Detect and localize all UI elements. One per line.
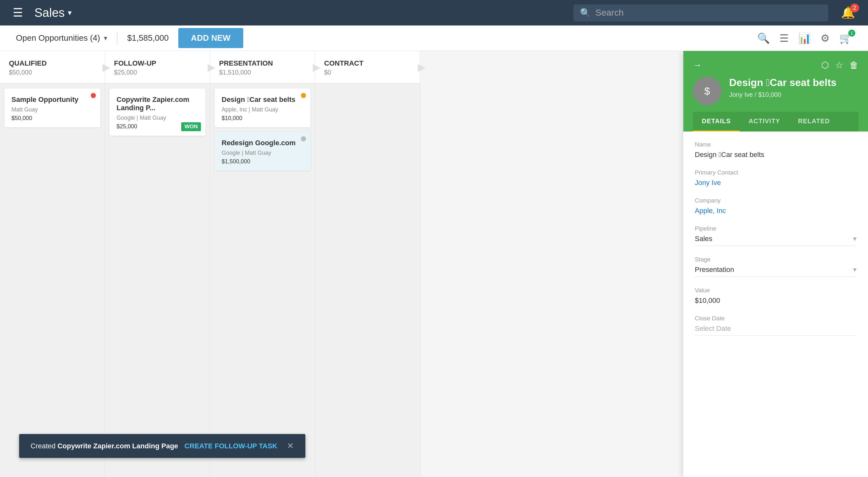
- detail-panel: → ⬡ ☆ 🗑 $ Design Car seat belts Jony Iv…: [683, 51, 868, 477]
- kanban-col-qualified: QUALIFIED $50,000 Sample Opportunity Mat…: [0, 51, 105, 477]
- toolbar: Open Opportunities (4) ▾ $1,585,000 ADD …: [0, 26, 868, 51]
- card-amount: $1,500,000: [222, 158, 304, 165]
- col-amount-follow-up: $25,000: [114, 69, 156, 76]
- notifications-button[interactable]: 🔔 2: [841, 6, 855, 20]
- col-header-presentation: PRESENTATION $1,510,000: [210, 51, 315, 84]
- pipeline-select[interactable]: Sales ▾: [695, 235, 857, 246]
- field-value-value: $10,000: [695, 296, 857, 305]
- detail-tabs: DETAILS ACTIVITY RELATED: [693, 112, 859, 131]
- col-title-presentation: PRESENTATION: [219, 59, 273, 67]
- field-pipeline: Pipeline Sales ▾: [695, 225, 857, 246]
- field-value: Value $10,000: [695, 287, 857, 305]
- field-company: Company Apple, Inc: [695, 197, 857, 215]
- pipeline-dropdown-chevron: ▾: [853, 235, 857, 243]
- field-company-value[interactable]: Apple, Inc: [695, 206, 857, 215]
- app-title[interactable]: Sales ▾: [34, 6, 72, 20]
- card-sub: Google | Matt Guay: [117, 115, 198, 121]
- card-sub: Apple, Inc | Matt Guay: [222, 106, 304, 113]
- detail-header: → ⬡ ☆ 🗑 $ Design Car seat belts Jony Iv…: [683, 51, 868, 131]
- snackbar: Created Copywrite Zapier.com Landing Pag…: [19, 434, 305, 458]
- notification-badge: 2: [850, 3, 859, 12]
- card-amount: $50,000: [11, 115, 93, 122]
- open-external-icon[interactable]: ⬡: [821, 60, 829, 70]
- settings-icon[interactable]: ⚙: [820, 32, 830, 44]
- card-sub: Google | Matt Guay: [222, 150, 304, 156]
- won-badge: WON: [181, 122, 201, 131]
- detail-avatar-row: $ Design Car seat belts Jony Ive / $10,…: [693, 77, 859, 105]
- detail-subtitle: Jony Ive / $10,000: [729, 91, 836, 98]
- card-title: Redesign Google.com: [222, 139, 304, 147]
- field-contact-value[interactable]: Jony Ive: [695, 179, 857, 187]
- stage-select[interactable]: Presentation ▾: [695, 265, 857, 277]
- tab-related[interactable]: RELATED: [789, 112, 839, 131]
- card-dot: [301, 93, 306, 98]
- field-value-label: Value: [695, 287, 857, 294]
- field-stage-label: Stage: [695, 256, 857, 263]
- chart-view-icon[interactable]: 📊: [798, 32, 811, 44]
- field-close-date-value: Select Date: [695, 324, 731, 333]
- field-name-value: Design Car seat belts: [695, 151, 857, 159]
- card-amount: $10,000: [222, 115, 304, 122]
- delete-icon[interactable]: 🗑: [849, 60, 859, 70]
- detail-header-actions: → ⬡ ☆ 🗑: [693, 60, 859, 70]
- cart-icon[interactable]: 🛒 1: [839, 32, 852, 44]
- app-title-chevron[interactable]: ▾: [68, 8, 72, 17]
- field-pipeline-label: Pipeline: [695, 225, 857, 232]
- snackbar-action-link[interactable]: CREATE FOLLOW-UP TASK: [184, 442, 277, 450]
- kanban-wrapper: QUALIFIED $50,000 Sample Opportunity Mat…: [0, 51, 868, 477]
- field-close-date: Close Date Select Date: [695, 315, 857, 336]
- kanban-card[interactable]: Copywrite Zapier.com Landing P... Google…: [110, 89, 206, 136]
- snackbar-text: Created Copywrite Zapier.com Landing Pag…: [31, 442, 178, 450]
- kanban-col-contract: CONTRACT $0: [315, 51, 420, 477]
- pipeline-label: Open Opportunities (4): [16, 33, 100, 43]
- search-toolbar-icon[interactable]: 🔍: [757, 32, 770, 44]
- card-sub: Matt Guay: [11, 106, 93, 113]
- cart-badge: 1: [848, 30, 855, 37]
- snackbar-close-icon[interactable]: ✕: [287, 441, 294, 451]
- col-body-presentation: Design Car seat belts Apple, Inc | Matt…: [210, 84, 315, 176]
- top-nav: ☰ Sales ▾ 🔍 🔔 2: [0, 0, 868, 26]
- list-view-icon[interactable]: ☰: [779, 32, 789, 44]
- stage-dropdown-chevron: ▾: [853, 265, 857, 274]
- back-icon[interactable]: →: [693, 60, 702, 70]
- hamburger-icon[interactable]: ☰: [13, 6, 23, 20]
- search-input[interactable]: [595, 8, 822, 18]
- col-amount-qualified: $50,000: [9, 69, 47, 76]
- field-close-date-label: Close Date: [695, 315, 857, 322]
- total-value: $1,585,000: [127, 33, 168, 43]
- card-dot: [301, 136, 306, 141]
- kanban-card[interactable]: Sample Opportunity Matt Guay $50,000: [4, 89, 100, 127]
- card-dot: [91, 93, 96, 98]
- col-header-contract: CONTRACT $0: [315, 51, 420, 84]
- tab-activity[interactable]: ACTIVITY: [740, 112, 789, 131]
- star-icon[interactable]: ☆: [835, 60, 843, 70]
- col-title-qualified: QUALIFIED: [9, 59, 47, 67]
- detail-title-block: Design Car seat belts Jony Ive / $10,00…: [729, 77, 836, 98]
- detail-avatar: $: [693, 77, 721, 105]
- divider: [117, 32, 118, 44]
- kanban-card[interactable]: Design Car seat belts Apple, Inc | Matt…: [215, 89, 310, 127]
- search-icon: 🔍: [580, 8, 591, 18]
- field-name: Name Design Car seat belts: [695, 141, 857, 159]
- field-name-label: Name: [695, 141, 857, 148]
- pipeline-chevron: ▾: [104, 34, 107, 42]
- kanban-card[interactable]: Redesign Google.com Google | Matt Guay $…: [215, 132, 310, 171]
- col-header-qualified: QUALIFIED $50,000: [0, 51, 105, 84]
- field-company-label: Company: [695, 197, 857, 204]
- detail-body: Name Design Car seat belts Primary Cont…: [683, 131, 868, 477]
- col-header-follow-up: FOLLOW-UP $25,000: [105, 51, 210, 84]
- card-title: Design Car seat belts: [222, 96, 304, 104]
- pipeline-selector[interactable]: Open Opportunities (4) ▾: [16, 33, 107, 43]
- add-new-button[interactable]: ADD NEW: [178, 28, 243, 48]
- kanban-col-follow-up: FOLLOW-UP $25,000 Copywrite Zapier.com L…: [105, 51, 210, 477]
- field-stage-value: Presentation: [695, 265, 734, 274]
- col-body-qualified: Sample Opportunity Matt Guay $50,000: [0, 84, 105, 132]
- field-contact-label: Primary Contact: [695, 169, 857, 176]
- field-pipeline-value: Sales: [695, 235, 712, 243]
- detail-name: Design Car seat belts: [729, 77, 836, 89]
- tab-details[interactable]: DETAILS: [693, 112, 740, 131]
- card-title: Sample Opportunity: [11, 96, 93, 104]
- col-body-follow-up: Copywrite Zapier.com Landing P... Google…: [105, 84, 210, 141]
- col-title-follow-up: FOLLOW-UP: [114, 59, 156, 67]
- close-date-select[interactable]: Select Date: [695, 324, 857, 336]
